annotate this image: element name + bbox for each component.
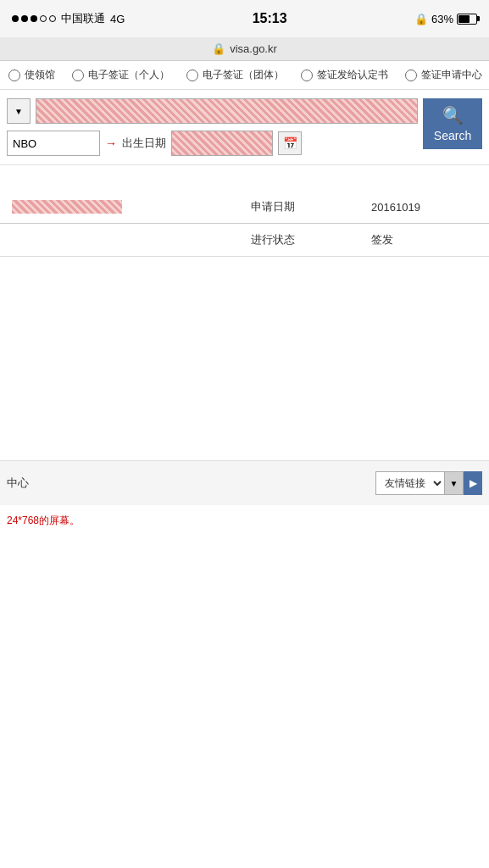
spacer-1 xyxy=(0,165,489,191)
dot-1 xyxy=(12,15,19,22)
tab-evisa-group-label: 电子签证（团体） xyxy=(203,68,284,82)
application-id-redacted xyxy=(12,200,122,214)
table-row-status: 进行状态 签发 xyxy=(0,224,489,257)
radio-evisa-personal[interactable] xyxy=(72,70,84,81)
table-row-header: 申请日期 20161019 xyxy=(0,191,489,224)
battery-fill xyxy=(458,15,470,23)
table-cell-empty xyxy=(0,224,239,257)
dot-5 xyxy=(49,15,56,22)
tab-cert[interactable]: 签证发给认定书 xyxy=(292,68,397,82)
tab-consulate[interactable]: 使领馆 xyxy=(0,68,64,82)
radio-evisa-group[interactable] xyxy=(186,70,198,81)
tab-center-label: 签证申请中心 xyxy=(421,68,482,82)
search-icon: 🔍 xyxy=(442,105,464,125)
bottom-note-text: 24*768的屏幕。 xyxy=(7,515,80,526)
footer-links-dropdown: 友情链接 ▼ ▶ xyxy=(375,471,482,495)
select-dropdown[interactable]: ▼ xyxy=(7,98,31,124)
status-left: 中国联通 4G xyxy=(12,11,125,26)
table-cell-date-value: 20161019 xyxy=(359,191,489,224)
radio-cert[interactable] xyxy=(301,70,313,81)
results-table: 申请日期 20161019 进行状态 签发 xyxy=(0,191,489,257)
footer-go-button[interactable]: ▶ xyxy=(464,471,482,495)
friendly-links-select[interactable]: 友情链接 xyxy=(375,471,445,495)
passport-input[interactable] xyxy=(7,131,100,156)
footer-center-label: 中心 xyxy=(7,476,29,491)
search-row1: ▼ xyxy=(7,98,418,124)
tab-consulate-label: 使领馆 xyxy=(25,68,55,82)
dot-2 xyxy=(21,15,28,22)
table-cell-id xyxy=(0,191,239,224)
bottom-note: 24*768的屏幕。 xyxy=(0,505,489,537)
dob-label: 出生日期 xyxy=(122,136,166,151)
tab-evisa-group[interactable]: 电子签证（团体） xyxy=(178,68,292,82)
search-row2: → 出生日期 📅 xyxy=(7,131,418,156)
address-bar[interactable]: 🔒 visa.go.kr xyxy=(0,37,489,61)
calendar-icon[interactable]: 📅 xyxy=(278,131,302,155)
time-display: 15:13 xyxy=(253,11,287,26)
radio-consulate[interactable] xyxy=(8,70,20,81)
dot-4 xyxy=(40,15,47,22)
dob-input-redacted[interactable] xyxy=(171,131,273,156)
tab-evisa-personal[interactable]: 电子签证（个人） xyxy=(64,68,178,82)
dot-3 xyxy=(31,15,37,22)
table-cell-status-label: 进行状态 xyxy=(239,224,360,257)
search-button[interactable]: 🔍 Search xyxy=(423,98,482,149)
search-section: ▼ → 出生日期 📅 🔍 Search xyxy=(0,90,489,165)
tab-center[interactable]: 签证申请中心 xyxy=(397,68,489,82)
battery-icon xyxy=(457,14,477,25)
signal-dots xyxy=(12,15,56,22)
tab-cert-label: 签证发给认定书 xyxy=(317,68,388,82)
arrow-separator: → xyxy=(105,136,117,150)
tab-evisa-personal-label: 电子签证（个人） xyxy=(88,68,169,82)
lock-icon: 🔒 xyxy=(414,13,428,25)
status-right: 🔒 63% xyxy=(414,13,477,25)
footer: 中心 友情链接 ▼ ▶ xyxy=(0,460,489,505)
table-cell-date-label: 申请日期 xyxy=(239,191,360,224)
table-cell-status-value: 签发 xyxy=(359,224,489,257)
status-bar: 中国联通 4G 15:13 🔒 63% xyxy=(0,0,489,37)
lock-address-icon: 🔒 xyxy=(212,42,225,55)
select-arrow-icon: ▼ xyxy=(445,471,464,495)
url-display: visa.go.kr xyxy=(230,42,277,55)
network-label: 4G xyxy=(110,13,125,25)
name-input-redacted[interactable] xyxy=(36,98,418,124)
battery-label: 63% xyxy=(431,13,453,25)
nav-tabs: 使领馆 电子签证（个人） 电子签证（团体） 签证发给认定书 签证申请中心 xyxy=(0,61,489,90)
carrier-label: 中国联通 xyxy=(61,11,105,26)
content-spacer xyxy=(0,257,489,460)
radio-center[interactable] xyxy=(405,70,417,81)
search-button-label: Search xyxy=(434,129,471,142)
